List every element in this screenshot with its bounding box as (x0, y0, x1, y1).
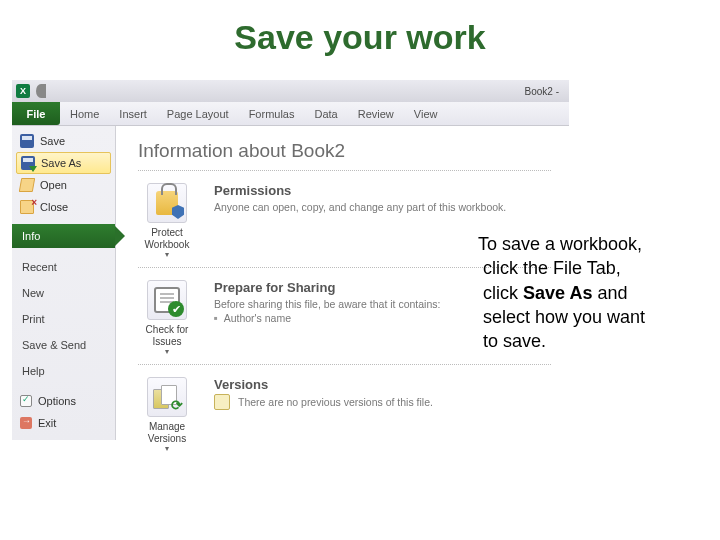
sidebar-label: Info (22, 230, 40, 242)
btn-label: Manage Versions (138, 421, 196, 444)
protect-workbook-icon (147, 183, 187, 223)
window-title-text: Book2 - (64, 86, 565, 97)
sidebar-label: Close (40, 201, 68, 213)
excel-app-icon: X (16, 84, 30, 98)
prepare-desc: Before sharing this file, be aware that … (214, 297, 440, 312)
chevron-down-icon: ▾ (165, 347, 169, 356)
tab-home[interactable]: Home (60, 102, 109, 125)
sidebar-save-send[interactable]: Save & Send (12, 332, 115, 358)
slide-title: Save your work (234, 18, 485, 57)
sidebar-info-active[interactable]: Info (12, 224, 115, 248)
version-doc-icon (214, 394, 230, 410)
sidebar-help[interactable]: Help (12, 358, 115, 384)
tab-data[interactable]: Data (304, 102, 347, 125)
btn-label: Check for Issues (138, 324, 196, 347)
versions-desc: There are no previous versions of this f… (238, 396, 433, 408)
prepare-bullet: Author's name (214, 312, 440, 324)
sidebar-save[interactable]: Save (12, 130, 115, 152)
window-titlebar: X Book2 - (12, 80, 569, 102)
sidebar-options[interactable]: Options (12, 390, 115, 412)
protect-workbook-button[interactable]: Protect Workbook▾ (138, 183, 196, 259)
options-icon (20, 395, 32, 407)
tab-page-layout[interactable]: Page Layout (157, 102, 239, 125)
slide-explainer-text: To save a workbook, click the File Tab, … (478, 232, 704, 353)
save-icon (20, 134, 34, 148)
sidebar-new[interactable]: New (12, 280, 115, 306)
prepare-title: Prepare for Sharing (214, 280, 440, 295)
manage-versions-icon (147, 377, 187, 417)
versions-section: Manage Versions▾ Versions There are no p… (138, 377, 551, 453)
btn-label: Protect Workbook (138, 227, 196, 250)
info-heading: Information about Book2 (138, 140, 551, 162)
backstage-sidebar: Save Save As Open Close Info Recent (12, 126, 116, 440)
tab-formulas[interactable]: Formulas (239, 102, 305, 125)
open-icon (19, 178, 35, 192)
exit-icon (20, 417, 32, 429)
close-icon (20, 200, 34, 214)
sidebar-label: Save As (41, 157, 81, 169)
sidebar-label: Options (38, 395, 76, 407)
sidebar-open[interactable]: Open (12, 174, 115, 196)
sidebar-label: Open (40, 179, 67, 191)
sidebar-label: Exit (38, 417, 56, 429)
tab-review[interactable]: Review (348, 102, 404, 125)
chevron-down-icon: ▾ (165, 444, 169, 453)
sidebar-exit[interactable]: Exit (12, 412, 115, 434)
ribbon-tabs: File Home Insert Page Layout Formulas Da… (12, 102, 569, 126)
divider (138, 170, 551, 171)
tab-view[interactable]: View (404, 102, 448, 125)
sidebar-save-as[interactable]: Save As (16, 152, 111, 174)
check-issues-button[interactable]: Check for Issues▾ (138, 280, 196, 356)
chevron-down-icon: ▾ (165, 250, 169, 259)
manage-versions-button[interactable]: Manage Versions▾ (138, 377, 196, 453)
versions-title: Versions (214, 377, 433, 392)
sidebar-print[interactable]: Print (12, 306, 115, 332)
sidebar-close[interactable]: Close (12, 196, 115, 218)
qat-curve (36, 84, 46, 98)
sidebar-recent[interactable]: Recent (12, 254, 115, 280)
file-tab[interactable]: File (12, 102, 60, 125)
save-as-icon (21, 156, 35, 170)
permissions-desc: Anyone can open, copy, and change any pa… (214, 200, 506, 215)
permissions-title: Permissions (214, 183, 506, 198)
sidebar-label: Save (40, 135, 65, 147)
divider (138, 364, 551, 365)
check-issues-icon (147, 280, 187, 320)
tab-insert[interactable]: Insert (109, 102, 157, 125)
